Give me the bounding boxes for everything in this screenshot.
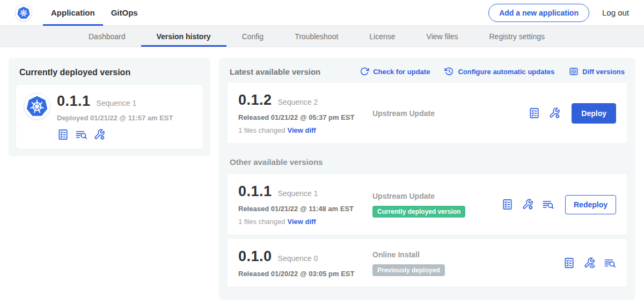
add-application-button[interactable]: Add a new application — [488, 4, 589, 22]
currently-deployed-badge: Currently deployed version — [372, 206, 465, 218]
version-card: 0.1.0 Sequence 0 Released 01/20/22 @ 03:… — [228, 239, 627, 287]
other-versions-title: Other available versions — [230, 157, 625, 167]
deployed-version-card: 0.1.1 Sequence 1 Deployed 01/21/22 @ 11:… — [16, 85, 203, 149]
view-logs-icon[interactable] — [604, 257, 616, 269]
subnav-tab-registry-settings[interactable]: Registry settings — [473, 26, 560, 47]
app-subnav: Dashboard Version history Config Trouble… — [0, 26, 644, 47]
release-notes-icon[interactable] — [563, 257, 575, 269]
files-changed-label: 1 files changed — [238, 126, 285, 134]
check-for-update-label: Check for update — [373, 68, 430, 76]
released-timestamp: Released 01/20/22 @ 03:05 pm EST — [238, 270, 372, 278]
diff-versions-label: Diff versions — [582, 68, 625, 76]
release-notes-icon[interactable] — [57, 128, 69, 141]
subnav-tab-version-history[interactable]: Version history — [141, 26, 226, 47]
version-number: 0.1.1 — [238, 183, 272, 200]
deployed-timestamp: Deployed 01/21/22 @ 11:57 am EST — [57, 114, 173, 122]
diff-versions-link[interactable]: Diff versions — [569, 67, 625, 76]
version-number: 0.1.2 — [238, 92, 272, 109]
subnav-tab-dashboard[interactable]: Dashboard — [73, 26, 141, 47]
released-timestamp: Released 01/21/22 @ 05:37 pm EST — [238, 113, 372, 121]
version-card: 0.1.1 Sequence 1 Released 01/21/22 @ 11:… — [228, 174, 627, 235]
available-versions-panel: Latest available version Check for updat… — [219, 58, 635, 300]
redeploy-button[interactable]: Redeploy — [565, 195, 616, 214]
view-logs-icon[interactable] — [75, 128, 87, 141]
view-diff-link[interactable]: View diff — [287, 126, 316, 134]
edit-config-icon[interactable] — [522, 198, 534, 211]
auto-update-icon — [444, 67, 454, 76]
release-notes-icon[interactable] — [501, 198, 514, 211]
tab-application-label: Application — [51, 8, 95, 17]
tab-gitops[interactable]: GitOps — [103, 0, 146, 25]
sequence-label: Sequence 1 — [278, 189, 318, 198]
kubernetes-logo — [15, 4, 32, 21]
deploy-button[interactable]: Deploy — [572, 103, 616, 124]
files-changed-label: 1 files changed — [238, 218, 285, 226]
configure-automatic-updates-label: Configure automatic updates — [458, 68, 554, 76]
sequence-label: Sequence 0 — [278, 254, 318, 263]
release-notes-icon[interactable] — [528, 107, 540, 119]
kubernetes-helm-icon — [26, 96, 48, 117]
check-for-update-link[interactable]: Check for update — [360, 67, 430, 76]
edit-config-icon[interactable] — [548, 107, 561, 119]
subnav-tab-view-files[interactable]: View files — [411, 26, 474, 47]
version-history-page: Currently deployed version 0.1.1 Sequenc… — [0, 47, 644, 303]
subnav-tab-troubleshoot[interactable]: Troubleshoot — [279, 26, 354, 47]
version-source-label: Upstream Update — [372, 109, 528, 118]
previously-deployed-badge: Previously deployed — [372, 264, 445, 276]
version-source-label: Upstream Update — [372, 192, 501, 200]
diff-icon — [569, 67, 579, 76]
version-source-label: Online Install — [372, 250, 563, 259]
tab-application[interactable]: Application — [43, 0, 103, 25]
tab-gitops-label: GitOps — [111, 8, 138, 17]
view-config-icon[interactable] — [583, 257, 596, 269]
logout-link[interactable]: Log out — [602, 8, 629, 17]
deployed-sequence-label: Sequence 1 — [97, 99, 137, 107]
view-diff-link[interactable]: View diff — [287, 218, 316, 226]
top-navbar: Application GitOps Add a new application… — [0, 0, 644, 26]
version-number: 0.1.0 — [238, 248, 272, 265]
application-icon — [24, 93, 50, 120]
app-switcher: Application GitOps — [43, 0, 146, 25]
view-logs-icon[interactable] — [542, 198, 554, 211]
kubernetes-helm-icon — [17, 6, 30, 19]
deployed-panel-title: Currently deployed version — [19, 68, 200, 77]
configure-automatic-updates-link[interactable]: Configure automatic updates — [444, 67, 554, 76]
subnav-tab-license[interactable]: License — [354, 26, 411, 47]
currently-deployed-panel: Currently deployed version 0.1.1 Sequenc… — [9, 58, 210, 156]
latest-available-title: Latest available version — [230, 67, 320, 76]
sequence-label: Sequence 2 — [278, 98, 318, 106]
refresh-icon — [360, 67, 369, 76]
edit-config-icon[interactable] — [93, 128, 106, 141]
released-timestamp: Released 01/21/22 @ 11:48 am EST — [238, 205, 372, 213]
subnav-tab-config[interactable]: Config — [226, 26, 279, 47]
version-card: 0.1.2 Sequence 2 Released 01/21/22 @ 05:… — [228, 83, 627, 143]
deployed-version-number: 0.1.1 — [57, 93, 91, 110]
